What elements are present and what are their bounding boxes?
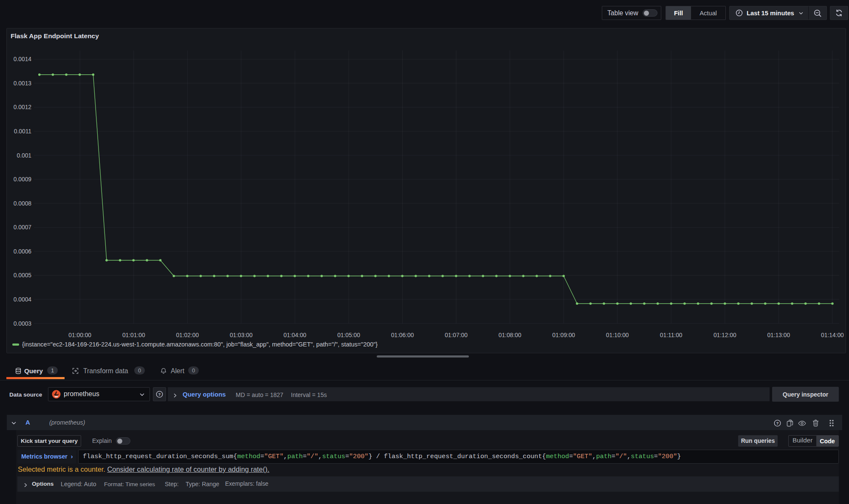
svg-text:0.0004: 0.0004: [14, 296, 32, 303]
svg-text:01:06:00: 01:06:00: [391, 332, 414, 338]
svg-text:01:00:00: 01:00:00: [68, 332, 91, 338]
svg-text:0.0013: 0.0013: [14, 80, 32, 87]
svg-text:01:01:00: 01:01:00: [122, 332, 145, 338]
svg-text:0.0011: 0.0011: [14, 128, 31, 135]
svg-text:0.0006: 0.0006: [14, 248, 32, 255]
svg-text:01:13:00: 01:13:00: [767, 332, 790, 338]
svg-text:01:11:00: 01:11:00: [660, 332, 683, 338]
svg-text:01:05:00: 01:05:00: [337, 332, 360, 338]
svg-text:0.0003: 0.0003: [14, 321, 32, 327]
svg-text:0.001: 0.001: [17, 152, 31, 159]
svg-text:01:12:00: 01:12:00: [714, 332, 736, 338]
svg-text:?: ?: [776, 421, 779, 425]
svg-text:01:04:00: 01:04:00: [284, 332, 307, 338]
svg-text:01:10:00: 01:10:00: [606, 332, 629, 338]
svg-text:0.0007: 0.0007: [14, 224, 31, 231]
svg-text:01:08:00: 01:08:00: [499, 332, 522, 338]
svg-text:0.0014: 0.0014: [14, 56, 32, 62]
svg-text:0.0009: 0.0009: [14, 176, 32, 183]
svg-text:01:14:00: 01:14:00: [821, 332, 844, 338]
svg-text:01:02:00: 01:02:00: [176, 332, 199, 338]
svg-text:0.0008: 0.0008: [14, 200, 32, 207]
svg-text:0.0005: 0.0005: [14, 272, 32, 279]
svg-text:01:03:00: 01:03:00: [230, 332, 253, 338]
svg-text:0.0012: 0.0012: [14, 104, 31, 110]
svg-text:01:09:00: 01:09:00: [552, 332, 575, 338]
svg-text:01:07:00: 01:07:00: [445, 332, 468, 338]
svg-text:?: ?: [158, 392, 161, 397]
